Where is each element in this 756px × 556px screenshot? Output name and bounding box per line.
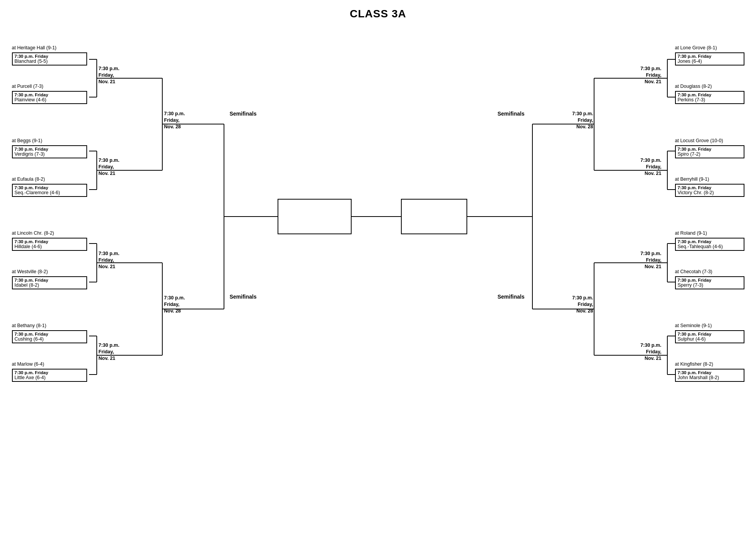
- match-8-box: 7:30 p.m. Friday Little Axe (6-4): [12, 369, 87, 382]
- match-13-location: at Roland (9-1): [675, 230, 744, 236]
- match-5-box: 7:30 p.m. Friday Hilldale (4-6): [12, 238, 87, 251]
- match-12-time: 7:30 p.m. Friday: [678, 185, 742, 190]
- match-3-location: at Beggs (9-1): [12, 138, 87, 143]
- match-10-time: 7:30 p.m. Friday: [678, 92, 742, 97]
- match-16-team: John Marshall (8-2): [678, 375, 742, 380]
- match-16-location: at Kingfisher (8-2): [675, 361, 744, 367]
- rq2-sf-label: 7:30 p.m.Friday,Nov. 28: [541, 295, 593, 314]
- match-13-box: 7:30 p.m. Friday Seq.-Tahlequah (4-6): [675, 238, 744, 251]
- left-sf-bot-label: 7:30 p.m.Friday,Nov. 28: [164, 295, 216, 314]
- match-1-time: 7:30 p.m. Friday: [15, 54, 84, 59]
- state-champion-label: State champion: [402, 201, 466, 234]
- match-10-team: Perkins (7-3): [678, 97, 742, 102]
- match-1-team: Blanchard (5-5): [15, 59, 84, 64]
- match-10-location: at Douglass (8-2): [675, 84, 744, 89]
- match-3-team: Verdigris (7-3): [15, 151, 84, 157]
- match-15-team: Sulphur (4-6): [678, 336, 742, 342]
- match-7-box: 7:30 p.m. Friday Cushing (6-4): [12, 330, 87, 343]
- match-1-location: at Heritage Hall (9-1): [12, 45, 87, 50]
- match-15-box: 7:30 p.m. Friday Sulphur (4-6): [675, 330, 744, 343]
- match-14-location: at Checotah (7-3): [675, 269, 744, 274]
- match-2-location: at Purcell (7-3): [12, 84, 87, 89]
- match-8-time: 7:30 p.m. Friday: [15, 370, 84, 375]
- rq2-r2-label-bot: 7:30 p.m.Friday,Nov. 21: [602, 342, 662, 362]
- match-5-team: Hilldale (4-6): [15, 244, 84, 249]
- match-9-team: Jones (6-4): [678, 59, 742, 64]
- match-3-box: 7:30 p.m. Friday Verdigris (7-3): [12, 145, 87, 158]
- match-6-time: 7:30 p.m. Friday: [15, 278, 84, 282]
- match-12-location: at Berryhill (9-1): [675, 176, 744, 182]
- match-7-time: 7:30 p.m. Friday: [15, 332, 84, 336]
- match-11-box: 7:30 p.m. Friday Spiro (7-2): [675, 145, 744, 158]
- match-7-team: Cushing (6-4): [15, 336, 84, 342]
- match-3-time: 7:30 p.m. Friday: [15, 147, 84, 151]
- match-4-time: 7:30 p.m. Friday: [15, 185, 84, 190]
- match-8-location: at Marlow (6-4): [12, 361, 87, 367]
- q1-r2-label-bot: 7:30 p.m.Friday,Nov. 21: [99, 157, 155, 177]
- q1-r2-label-top: 7:30 p.m.Friday,Nov. 21: [99, 66, 155, 85]
- match-11-time: 7:30 p.m. Friday: [678, 147, 742, 151]
- right-semifinals-top: Semifinals: [492, 111, 530, 117]
- match-5-time: 7:30 p.m. Friday: [15, 239, 84, 244]
- match-11-location: at Locust Grove (10-0): [675, 138, 744, 143]
- page: CLASS 3A: [0, 0, 756, 556]
- right-semifinals-bot: Semifinals: [492, 294, 530, 300]
- match-2-box: 7:30 p.m. Friday Plainview (4-6): [12, 91, 87, 104]
- match-5-location: at Lincoln Chr. (8-2): [12, 230, 87, 236]
- rq1-r2-label-top: 7:30 p.m.Friday,Nov. 21: [602, 66, 662, 85]
- match-14-box: 7:30 p.m. Friday Sperry (7-3): [675, 276, 744, 289]
- bracket-svg: [12, 24, 744, 556]
- q2-r2-label-bot: 7:30 p.m.Friday,Nov. 21: [99, 342, 155, 362]
- match-12-team: Victory Chr. (8-2): [678, 190, 742, 195]
- semifinals-top-label: Semifinals: [220, 111, 266, 117]
- match-16-box: 7:30 p.m. Friday John Marshall (8-2): [675, 369, 744, 382]
- q2-r2-label-top: 7:30 p.m.Friday,Nov. 21: [99, 250, 155, 270]
- match-9-time: 7:30 p.m. Friday: [678, 54, 742, 59]
- match-15-time: 7:30 p.m. Friday: [678, 332, 742, 336]
- rq1-r2-label-bot: 7:30 p.m.Friday,Nov. 21: [602, 157, 662, 177]
- match-4-location: at Eufaula (8-2): [12, 176, 87, 182]
- match-4-team: Seq.-Claremore (4-6): [15, 190, 84, 195]
- left-sf-top-label: 7:30 p.m.Friday,Nov. 28: [164, 111, 216, 130]
- match-14-team: Sperry (7-3): [678, 282, 742, 288]
- match-1-box: 7:30 p.m. Friday Blanchard (5-5): [12, 52, 87, 66]
- rq1-sf-label: 7:30 p.m.Friday,Nov. 28: [541, 111, 593, 130]
- match-7-location: at Bethany (8-1): [12, 323, 87, 328]
- semifinals-bot-label: Semifinals: [220, 294, 266, 300]
- match-6-team: Idabel (8-2): [15, 282, 84, 288]
- match-16-time: 7:30 p.m. Friday: [678, 370, 742, 375]
- match-4-box: 7:30 p.m. Friday Seq.-Claremore (4-6): [12, 184, 87, 197]
- match-2-team: Plainview (4-6): [15, 97, 84, 102]
- match-6-box: 7:30 p.m. Friday Idabel (8-2): [12, 276, 87, 289]
- match-10-box: 7:30 p.m. Friday Perkins (7-3): [675, 91, 744, 104]
- match-13-team: Seq.-Tahlequah (4-6): [678, 244, 742, 249]
- match-6-location: at Westville (8-2): [12, 269, 87, 274]
- state-championship-label: State championship: [279, 201, 350, 234]
- match-15-location: at Seminole (9-1): [675, 323, 744, 328]
- match-2-time: 7:30 p.m. Friday: [15, 92, 84, 97]
- match-8-team: Little Axe (6-4): [15, 375, 84, 380]
- match-11-team: Spiro (7-2): [678, 151, 742, 157]
- rq2-r2-label-top: 7:30 p.m.Friday,Nov. 21: [602, 250, 662, 270]
- match-12-box: 7:30 p.m. Friday Victory Chr. (8-2): [675, 184, 744, 197]
- match-9-location: at Lone Grove (8-1): [675, 45, 744, 50]
- match-9-box: 7:30 p.m. Friday Jones (6-4): [675, 52, 744, 66]
- page-title: CLASS 3A: [12, 8, 744, 20]
- match-13-time: 7:30 p.m. Friday: [678, 239, 742, 244]
- match-14-time: 7:30 p.m. Friday: [678, 278, 742, 282]
